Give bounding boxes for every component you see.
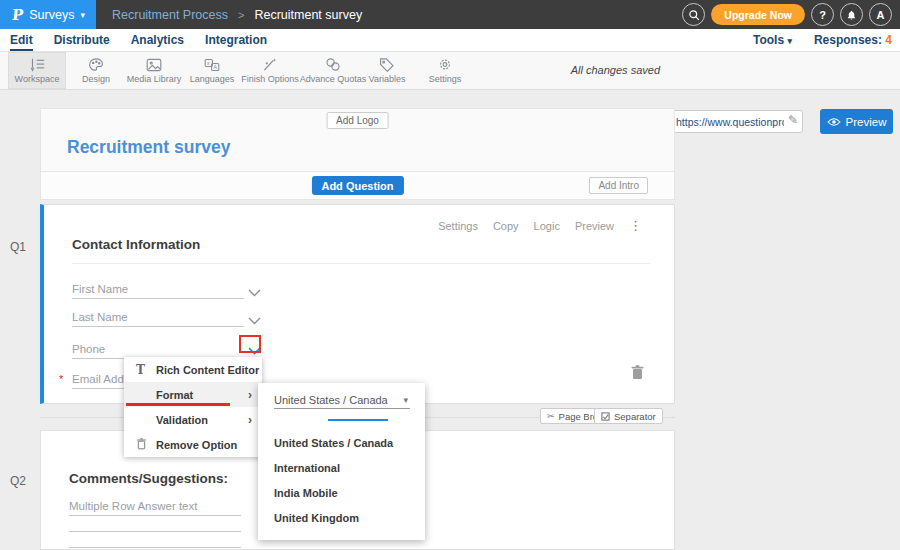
scissors-icon: ✂ [547, 411, 555, 421]
contact-field-phone[interactable]: Phone [72, 337, 244, 359]
tab-distribute[interactable]: Distribute [54, 29, 110, 51]
topbar: P Surveys ▾ Recruitment Process > Recrui… [0, 0, 900, 29]
question-settings-button[interactable]: Settings [438, 220, 478, 232]
contact-field-last-name[interactable]: Last Name [72, 305, 244, 327]
editor-toolbar: Workspace Design Media Library x A Langu… [0, 52, 900, 90]
option-context-menu: T Rich Content Editor Format › Validatio… [124, 357, 262, 457]
responses-link[interactable]: Responses: 4 [814, 33, 892, 47]
toolbar-item-settings[interactable]: Settings [416, 52, 474, 89]
toolbar-item-finish-options[interactable]: Finish Options [239, 52, 301, 89]
survey-url-box: ✎ [670, 110, 803, 133]
question-copy-button[interactable]: Copy [493, 220, 519, 232]
annotation-underline [126, 403, 230, 406]
format-submenu: United States / Canada ▾ United States /… [258, 383, 425, 540]
bell-icon [846, 9, 857, 21]
workspace-icon [29, 57, 46, 72]
more-options-icon[interactable]: ⋮ [629, 218, 642, 233]
question-logic-button[interactable]: Logic [534, 220, 560, 232]
magic-wand-icon [262, 57, 278, 72]
autosave-status: All changes saved [571, 64, 660, 76]
questionpro-logo-icon: P [11, 6, 24, 24]
question-title-q1[interactable]: Contact Information [72, 237, 200, 252]
toolbar-item-variables[interactable]: Variables [358, 52, 416, 89]
question-number-q2: Q2 [10, 474, 26, 488]
format-option-international[interactable]: International [274, 456, 340, 481]
translate-icon: x A [204, 58, 220, 72]
menu-item-validation[interactable]: Validation › [124, 407, 262, 432]
add-intro-button[interactable]: Add Intro [589, 177, 648, 194]
svg-text:x: x [207, 60, 210, 66]
delete-row-button[interactable] [631, 365, 644, 384]
question-title-q2[interactable]: Comments/Suggestions: [69, 471, 228, 486]
eye-icon [827, 117, 841, 127]
add-question-button[interactable]: Add Question [311, 176, 403, 195]
contact-field-first-name[interactable]: First Name [72, 277, 244, 299]
image-icon [146, 58, 162, 72]
edit-url-pencil-icon[interactable]: ✎ [788, 113, 798, 127]
nav-right: Tools ▾ Responses: 4 [753, 29, 892, 51]
breadcrumb-folder-link[interactable]: Recruitment Process [112, 8, 228, 22]
notifications-button[interactable] [840, 3, 863, 26]
add-question-bar: Add Question Add Intro [40, 172, 675, 200]
question-number-q1: Q1 [10, 240, 26, 254]
trash-outline-icon [136, 438, 156, 452]
questionpro-survey-editor: P Surveys ▾ Recruitment Process > Recrui… [0, 0, 900, 550]
breadcrumb: Recruitment Process > Recruitment survey [112, 0, 362, 29]
gear-icon [437, 57, 453, 72]
svg-text:A: A [214, 64, 218, 70]
responses-count: 4 [885, 33, 892, 47]
format-option-us-canada[interactable]: United States / Canada [274, 431, 393, 456]
format-option-india-mobile[interactable]: India Mobile [274, 481, 338, 506]
annotation-highlight-box [239, 335, 261, 353]
toolbar-item-advance-quotas[interactable]: Advance Quotas [300, 52, 366, 89]
section-nav: Edit Distribute Analytics Integration To… [0, 29, 900, 52]
chevron-down-icon: ▾ [787, 36, 792, 46]
separator-icon [601, 412, 610, 421]
field-chevron-down-icon[interactable] [248, 311, 262, 321]
menu-item-rich-content-editor[interactable]: T Rich Content Editor [124, 357, 262, 382]
chevron-down-icon: ▾ [80, 10, 85, 20]
multirow-answer-line-1[interactable]: Multiple Row Answer text [69, 494, 241, 516]
toolbar-item-media-library[interactable]: Media Library [124, 52, 184, 89]
question-preview-button[interactable]: Preview [575, 220, 614, 232]
palette-icon [88, 57, 104, 72]
survey-url-input[interactable] [676, 112, 784, 131]
breadcrumb-separator: > [238, 9, 244, 21]
survey-header-card: Add Logo Recruitment survey [40, 108, 675, 172]
toolbar-item-languages[interactable]: x A Languages [183, 52, 241, 89]
format-option-united-kingdom[interactable]: United Kingdom [274, 506, 359, 531]
question-title-divider [72, 263, 650, 264]
breadcrumb-current: Recruitment survey [254, 8, 362, 22]
toolbar-item-workspace[interactable]: Workspace [8, 52, 66, 89]
chain-links-icon [325, 57, 341, 72]
topbar-actions: Upgrade Now ? A [682, 3, 892, 26]
field-chevron-down-icon[interactable] [248, 283, 262, 293]
required-marker: * [59, 373, 63, 385]
menu-item-remove-option[interactable]: Remove Option [124, 432, 262, 457]
nav-tabs: Edit Distribute Analytics Integration [10, 29, 267, 51]
toolbar-item-design[interactable]: Design [67, 52, 125, 89]
preview-button[interactable]: Preview [820, 109, 893, 134]
product-switcher[interactable]: P Surveys ▾ [0, 0, 96, 29]
select-caret-icon: ▾ [403, 391, 408, 409]
separator-button[interactable]: Separator [594, 408, 663, 424]
product-name: Surveys [29, 8, 74, 22]
active-tab-indicator [328, 419, 388, 421]
question-actions: Settings Copy Logic Preview ⋮ [438, 218, 642, 233]
format-select[interactable]: United States / Canada ▾ [274, 391, 410, 409]
search-button[interactable] [682, 3, 705, 26]
add-logo-button[interactable]: Add Logo [326, 112, 389, 129]
tab-integration[interactable]: Integration [205, 29, 267, 51]
multirow-answer-line-2[interactable] [69, 516, 241, 532]
multirow-answer-line-3[interactable] [69, 532, 241, 548]
tab-edit[interactable]: Edit [10, 29, 33, 51]
rich-text-icon: T [136, 363, 156, 377]
tab-analytics[interactable]: Analytics [131, 29, 184, 51]
tools-menu[interactable]: Tools ▾ [753, 33, 792, 47]
survey-title[interactable]: Recruitment survey [67, 137, 230, 158]
upgrade-now-button[interactable]: Upgrade Now [711, 4, 805, 25]
account-avatar[interactable]: A [869, 3, 892, 26]
search-icon [688, 9, 700, 21]
trash-icon [631, 365, 644, 380]
help-button[interactable]: ? [811, 3, 834, 26]
